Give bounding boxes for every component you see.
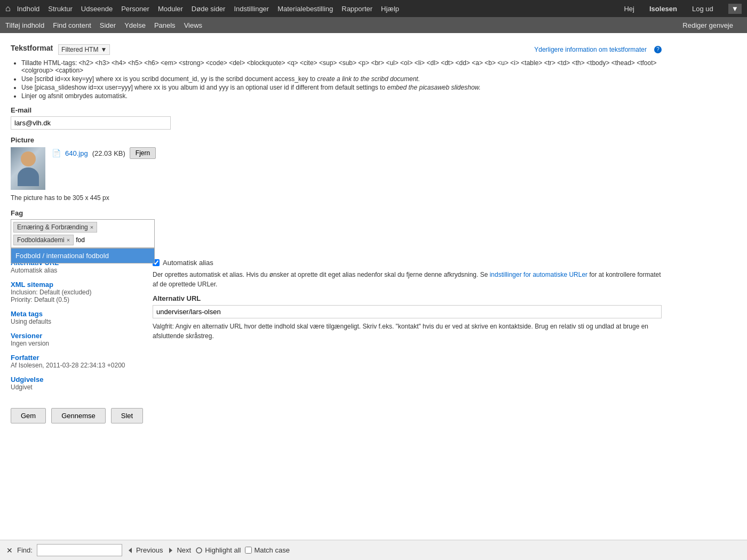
subnav-find[interactable]: Find content [53,21,91,29]
email-label: E-mail [11,106,662,114]
filter-dropdown[interactable]: Filtered HTM ▼ [58,44,110,55]
alias-desc-text1: Der oprettes automatisk et alias. Hvis d… [153,271,488,278]
nav-personer[interactable]: Personer [121,5,149,13]
nav-moduler[interactable]: Moduler [158,5,183,13]
auto-alias-label: Automatisk alias [163,259,213,267]
sidebar-item-meta: Meta tags Using defaults [11,310,144,325]
file-size: (22.03 KB) [92,149,125,157]
tekstformat-section: Tekstformat Filtered HTM ▼ Yderligere in… [11,44,662,100]
nav-udseende[interactable]: Udseende [81,5,113,13]
two-col-layout: Alternativ URL Automatisk alias XML site… [11,259,662,397]
dropdown-arrow-button[interactable]: ▼ [728,4,742,14]
help-bullet-1: Tilladte HTML-tags: <h2> <h3> <h4> <h5> … [21,59,662,74]
email-section: E-mail [11,106,662,130]
top-nav: ⌂ Indhold Struktur Udseende Personer Mod… [0,0,747,17]
sidebar-title-meta[interactable]: Meta tags [11,310,144,318]
gem-button[interactable]: Gem [11,408,46,423]
tag-dropdown: Fodbold / international fodbold [11,248,155,263]
sidebar-subtitle-alt-url: Automatisk alias [11,267,144,274]
nav-rapporter[interactable]: Rapporter [341,5,372,13]
person-image [18,151,39,186]
picture-thumbnail [11,147,45,190]
picture-section: Picture 📄 640.jpg (22.03 KB) Fjern The p… [11,136,662,202]
slet-button[interactable]: Slet [111,408,143,423]
sidebar-title-xml[interactable]: XML sitemap [11,281,144,289]
tag-search-input[interactable] [76,236,97,244]
help-bullet-3: Use [picasa_slideshow id=xx user=yyy] wh… [21,84,662,91]
nav-doede-sider[interactable]: Døde sider [192,5,226,13]
hej-label: Hej [624,5,634,13]
help-text: Tilladte HTML-tags: <h2> <h3> <h4> <h5> … [11,59,662,100]
picture-label: Picture [11,136,662,144]
sidebar-subtitle-xml: Inclusion: Default (excluded) Priority: … [11,289,144,303]
nav-struktur[interactable]: Struktur [48,5,73,13]
sidebar-title-forfatter[interactable]: Forfatter [11,354,144,362]
tag-ernaering: Ernæring & Forbrænding × [13,222,97,233]
filter-value: Filtered HTM [61,46,98,53]
sidebar-item-versioner: Versioner Ingen version [11,332,144,347]
auto-alias-row: Automatisk alias [153,259,662,267]
tag-input-container[interactable]: Ernæring & Forbrænding × Fodboldakademi … [11,219,155,248]
sub-nav: Tilføj indhold Find content Sider Ydelse… [0,17,747,33]
button-row: Gem Gennemse Slet [11,408,662,445]
nav-indhold[interactable]: Indhold [17,5,40,13]
subnav-views[interactable]: Views [184,21,202,29]
subnav-sider[interactable]: Sider [100,21,116,29]
subnav-tilfoj[interactable]: Tilføj indhold [5,21,44,29]
alias-settings-link[interactable]: indstillinger for automatiske URLer [490,271,587,278]
fag-section: Fag Ernæring & Forbrænding × Fodboldakad… [11,209,662,248]
alt-url-hint: Valgfrit: Angiv en alternativ URL hvor d… [153,322,662,341]
info-link[interactable]: Yderligere information om tekstformater [534,46,647,53]
dropdown-arrow-icon: ▼ [100,46,107,53]
home-icon[interactable]: ⌂ [5,4,11,13]
nav-materialebestilling[interactable]: Materialebestilling [277,5,333,13]
file-icon: 📄 [52,149,61,157]
tekstformat-label: Tekstformat [11,44,53,52]
sidebar-subtitle-udgivelse: Udgivet [11,383,144,391]
alt-url-input[interactable] [153,305,662,318]
log-ud-link[interactable]: Log ud [692,5,713,13]
file-name: 640.jpg [65,149,88,157]
sidebar-title-versioner[interactable]: Versioner [11,332,144,340]
main-content: Tekstformat Filtered HTM ▼ Yderligere in… [0,33,672,450]
main-col: Automatisk alias Der oprettes automatisk… [153,259,662,397]
email-input[interactable] [11,116,171,130]
alias-desc: Der oprettes automatisk et alias. Hvis d… [153,270,662,289]
username: Isolesen [649,5,677,13]
info-icon: ? [654,46,662,53]
fag-label: Fag [11,209,662,217]
sidebar-item-udgivelse: Udgivelse Udgivet [11,375,144,391]
dropdown-item-fodbold[interactable]: Fodbold / international fodbold [11,249,154,263]
fjern-button[interactable]: Fjern [130,147,156,159]
subnav-panels[interactable]: Panels [154,21,176,29]
sidebar-title-udgivelse[interactable]: Udgivelse [11,375,144,383]
picture-caption: The picture has to be 305 x 445 px [11,194,662,202]
tag-label-2: Fodboldakademi [17,236,65,244]
nav-hjaelp[interactable]: Hjælp [381,5,399,13]
subnav-ydelse[interactable]: Ydelse [124,21,146,29]
tag-label: Ernæring & Forbrænding [17,223,88,231]
sidebar-subtitle-forfatter: Af Isolesen, 2011-03-28 22:34:13 +0200 [11,362,144,369]
sidebar-item-xml: XML sitemap Inclusion: Default (excluded… [11,281,144,303]
sidebar-item-forfatter: Forfatter Af Isolesen, 2011-03-28 22:34:… [11,354,144,369]
rediger-genveje-link[interactable]: Rediger genveje [682,21,733,29]
help-bullet-2: Use [scribd id=xx key=yy] where xx is yo… [21,75,662,83]
gennemse-button[interactable]: Gennemse [51,408,106,423]
alt-url-label: Alternativ URL [153,294,662,302]
tag-fodboldakademi: Fodboldakademi × [13,235,74,245]
tag-remove-fodboldakademi[interactable]: × [67,237,70,243]
tag-remove-ernaering[interactable]: × [90,224,93,230]
nav-indstillinger[interactable]: Indstillinger [234,5,269,13]
help-bullet-4: Linjer og afsnit ombrydes automatisk. [21,92,662,100]
sidebar-subtitle-versioner: Ingen version [11,340,144,347]
sidebar: Alternativ URL Automatisk alias XML site… [11,259,144,397]
file-info: 📄 640.jpg (22.03 KB) Fjern [52,147,156,159]
sidebar-subtitle-meta: Using defaults [11,318,144,325]
